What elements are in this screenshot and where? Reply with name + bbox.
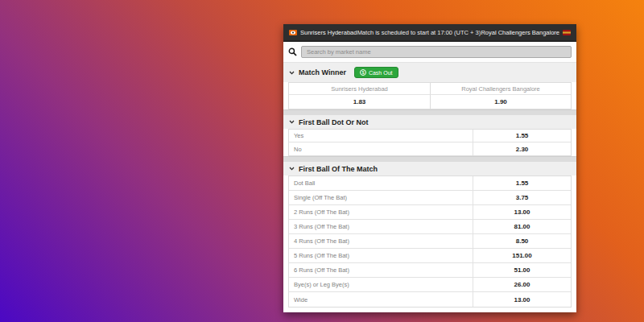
odds-cell[interactable]: 26.00 xyxy=(473,278,571,291)
selection-label: Yes xyxy=(289,130,473,142)
home-team-name: Sunrisers Hyderabad xyxy=(300,29,357,36)
market-rows: Dot Ball 1.55 Single (Off The Bat) 3.75 … xyxy=(288,175,572,308)
away-team-flag-icon xyxy=(563,30,571,35)
market-header-first-ball-of-the-match[interactable]: First Ball Of The Match xyxy=(283,162,576,175)
section-divider xyxy=(283,156,576,162)
odds-cell-home[interactable]: 1.83 xyxy=(289,95,430,109)
search-input[interactable] xyxy=(301,46,572,58)
match-status: Match is scheduled to start at 17:00 (UT… xyxy=(357,29,481,36)
search-icon xyxy=(288,47,297,56)
market-header-first-ball-dot-or-not[interactable]: First Ball Dot Or Not xyxy=(283,115,576,129)
cashout-coin-icon: $ xyxy=(360,69,366,76)
chevron-down-icon xyxy=(289,120,295,124)
chevron-down-icon xyxy=(289,71,295,75)
market-title: Match Winner xyxy=(299,68,346,76)
selection-label: Dot Ball xyxy=(289,176,473,190)
selection-header-away: Royal Challengers Bangalore xyxy=(430,83,571,95)
selection-label: 4 Runs (Off The Bat) xyxy=(289,234,473,248)
market-row: Bye(s) or Leg Bye(s) 26.00 xyxy=(289,278,571,292)
home-team: Sunrisers Hyderabad xyxy=(289,29,357,36)
odds-cell[interactable]: 81.00 xyxy=(473,220,571,233)
market-title: First Ball Of The Match xyxy=(299,165,378,173)
cashout-label: Cash Out xyxy=(369,70,393,76)
cashout-button[interactable]: $ Cash Out xyxy=(354,67,398,78)
selection-header-home: Sunrisers Hyderabad xyxy=(289,83,430,95)
market-header-match-winner[interactable]: Match Winner $ Cash Out xyxy=(283,63,576,82)
market-rows: Yes 1.55 No 2.30 xyxy=(288,129,572,156)
market-first-ball-dot-or-not: First Ball Dot Or Not Yes 1.55 No 2.30 xyxy=(283,115,576,156)
odds-cell-away[interactable]: 1.90 xyxy=(430,95,571,109)
match-header-bar: Sunrisers Hyderabad Match is scheduled t… xyxy=(283,24,576,42)
chevron-down-icon xyxy=(289,167,295,171)
market-row: Single (Off The Bat) 3.75 xyxy=(289,191,571,205)
selection-label: No xyxy=(289,142,473,155)
odds-cell[interactable]: 51.00 xyxy=(473,263,571,277)
selection-label: 2 Runs (Off The Bat) xyxy=(289,205,473,219)
selection-label: 5 Runs (Off The Bat) xyxy=(289,249,473,262)
selection-label: Bye(s) or Leg Bye(s) xyxy=(289,278,473,291)
match-winner-table: Sunrisers Hyderabad Royal Challengers Ba… xyxy=(288,82,572,109)
selection-label: 3 Runs (Off The Bat) xyxy=(289,220,473,233)
selection-label: Wide xyxy=(289,292,473,307)
odds-cell[interactable]: 151.00 xyxy=(473,249,571,262)
odds-cell[interactable]: 13.00 xyxy=(473,205,571,219)
market-match-winner: Match Winner $ Cash Out Sunrisers Hydera… xyxy=(283,63,576,109)
market-row: 2 Runs (Off The Bat) 13.00 xyxy=(289,205,571,220)
market-row: Dot Ball 1.55 xyxy=(289,176,571,191)
panel-bottom-padding xyxy=(283,308,576,312)
odds-cell[interactable]: 13.00 xyxy=(473,292,571,307)
selection-label: Single (Off The Bat) xyxy=(289,191,473,204)
odds-cell[interactable]: 3.75 xyxy=(473,191,571,204)
search-bar xyxy=(283,42,576,63)
away-team: Royal Challengers Bangalore xyxy=(481,29,571,36)
market-title: First Ball Dot Or Not xyxy=(299,118,369,126)
market-row: 4 Runs (Off The Bat) 8.50 xyxy=(289,234,571,249)
market-row: 6 Runs (Off The Bat) 51.00 xyxy=(289,263,571,278)
home-team-flag-icon xyxy=(289,30,297,35)
betting-panel: Sunrisers Hyderabad Match is scheduled t… xyxy=(283,24,576,312)
market-row: 3 Runs (Off The Bat) 81.00 xyxy=(289,220,571,234)
market-row: No 2.30 xyxy=(289,142,571,155)
selection-label: 6 Runs (Off The Bat) xyxy=(289,263,473,277)
section-divider xyxy=(283,109,576,115)
odds-cell[interactable]: 1.55 xyxy=(473,130,571,142)
odds-cell[interactable]: 1.55 xyxy=(473,176,571,190)
market-row: 5 Runs (Off The Bat) 151.00 xyxy=(289,249,571,263)
away-team-name: Royal Challengers Bangalore xyxy=(481,29,559,36)
odds-cell[interactable]: 2.30 xyxy=(473,142,571,155)
odds-cell[interactable]: 8.50 xyxy=(473,234,571,248)
market-row: Wide 13.00 xyxy=(289,292,571,307)
market-first-ball-of-the-match: First Ball Of The Match Dot Ball 1.55 Si… xyxy=(283,162,576,308)
market-row: Yes 1.55 xyxy=(289,130,571,142)
